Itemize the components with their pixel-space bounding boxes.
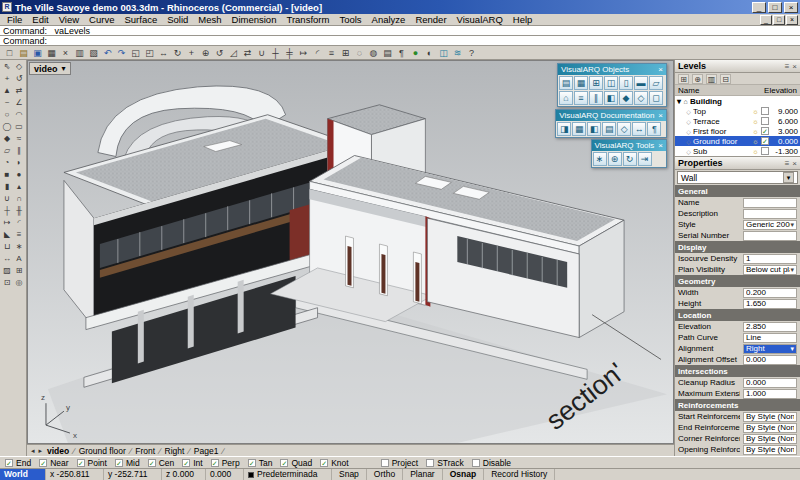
osnap-toggle[interactable]: ✓ Point: [76, 458, 107, 468]
zoom-icon[interactable]: ◎: [13, 277, 25, 289]
selection-filter-icon[interactable]: ◇: [13, 61, 25, 73]
osnap-checkbox[interactable]: ✓: [472, 459, 480, 467]
minimize-button[interactable]: _: [752, 2, 766, 13]
menu-item[interactable]: File: [2, 14, 27, 26]
menu-icon[interactable]: ≡: [785, 159, 790, 168]
ellipse-icon[interactable]: ◯: [1, 121, 13, 133]
layer-manager-icon[interactable]: ▤: [381, 47, 394, 59]
toolbar-titlebar[interactable]: VisualARQ Objects ×: [558, 64, 666, 75]
bulb-icon[interactable]: ☼: [751, 148, 760, 155]
slab-icon[interactable]: ▱: [649, 76, 663, 90]
fillet-icon[interactable]: ◜: [13, 217, 25, 229]
osnap-checkbox[interactable]: ✓: [280, 459, 288, 467]
child-restore-button[interactable]: □: [773, 15, 785, 25]
child-minimize-button[interactable]: _: [760, 15, 772, 25]
level-row[interactable]: ◇ Sub ☼ ✓ -1.300: [675, 146, 800, 156]
property-value[interactable]: Below cut plane ▾: [743, 265, 797, 275]
offset-icon[interactable]: ≡: [13, 229, 25, 241]
sphere-icon[interactable]: ●: [13, 169, 25, 181]
dimension-icon[interactable]: ↔: [632, 122, 646, 136]
property-row[interactable]: End Reinforcement By Style (None) ▾: [675, 422, 800, 433]
property-row[interactable]: Name ▾: [675, 197, 800, 208]
osnap-toggle[interactable]: ✓ Knot: [319, 458, 349, 468]
scale-icon[interactable]: ▲: [1, 85, 13, 97]
property-row[interactable]: Plan Visibility Below cut plane ▾: [675, 264, 800, 275]
furniture-icon[interactable]: ◧: [604, 91, 618, 105]
osnap-checkbox[interactable]: ✓: [381, 459, 389, 467]
viewport[interactable]: section' x y z video ▾ VisualARQ Obje: [27, 60, 674, 444]
boolean-union-icon[interactable]: ∪: [1, 193, 13, 205]
level-row[interactable]: ◇ Terrace ☼ ✓ 6.000: [675, 116, 800, 126]
statusbar-toggle[interactable]: Record History: [484, 469, 555, 480]
cutplane-checkbox[interactable]: ✓: [761, 137, 769, 145]
property-row[interactable]: Isocurve Density 1 ▾: [675, 253, 800, 264]
statusbar-toggle[interactable]: Ortho: [367, 469, 403, 480]
rectangle-icon[interactable]: ▭: [13, 121, 25, 133]
roof-icon[interactable]: ⌂: [559, 91, 573, 105]
extend-icon[interactable]: ↦: [297, 47, 310, 59]
tab-next-icon[interactable]: ▸: [38, 447, 44, 455]
menu-item[interactable]: Transform: [281, 14, 334, 26]
freeform-icon[interactable]: ≈: [13, 133, 25, 145]
level-row[interactable]: ◇ First floor ☼ ✓ 3.000: [675, 126, 800, 136]
close-icon[interactable]: ×: [654, 110, 663, 121]
sweep-icon[interactable]: ◗: [13, 157, 25, 169]
section-mark-icon[interactable]: ◨: [557, 122, 571, 136]
property-value[interactable]: 0.200 ▾: [743, 288, 797, 298]
cplane-pane[interactable]: World: [0, 469, 46, 480]
group-icon[interactable]: ⊡: [1, 277, 13, 289]
revolve-icon[interactable]: ◔: [1, 157, 13, 169]
level-row[interactable]: ◇ Ground floor ☼ ✓ 0.000: [675, 136, 800, 146]
menu-item[interactable]: Edit: [27, 14, 53, 26]
shaded-view-icon[interactable]: ◐: [423, 47, 436, 59]
text-icon[interactable]: A: [13, 253, 25, 265]
save-icon[interactable]: ▣: [31, 47, 44, 59]
zoom-extents-icon[interactable]: ◰: [143, 47, 156, 59]
osnap-toggle[interactable]: ✓ Near: [38, 458, 68, 468]
element-icon[interactable]: ◆: [619, 91, 633, 105]
curtain-wall-icon[interactable]: ▦: [574, 76, 588, 90]
lock-icon[interactable]: ◍: [367, 47, 380, 59]
hide-icon[interactable]: ◌: [353, 47, 366, 59]
property-value[interactable]: By Style (None) ▾: [743, 412, 797, 422]
rotate-icon[interactable]: ↺: [13, 73, 25, 85]
menu-item[interactable]: Solid: [162, 14, 193, 26]
explode-icon[interactable]: ∗: [13, 241, 25, 253]
block-icon[interactable]: ⊞: [13, 265, 25, 277]
menu-item[interactable]: Surface: [119, 14, 162, 26]
osnap-checkbox[interactable]: ✓: [5, 459, 13, 467]
loft-icon[interactable]: ∥: [13, 145, 25, 157]
property-value[interactable]: 0.000 ▾: [743, 355, 797, 365]
osnap-checkbox[interactable]: ✓: [248, 459, 256, 467]
duplicate-level-icon[interactable]: ▥: [706, 74, 717, 84]
property-row[interactable]: Intersections ▾: [675, 365, 800, 377]
menu-item[interactable]: Mesh: [193, 14, 226, 26]
property-row[interactable]: General ▾: [675, 185, 800, 197]
property-row[interactable]: Style Generic 200mm ▾: [675, 219, 800, 230]
paste-icon[interactable]: ▧: [87, 47, 100, 59]
update-icon[interactable]: ↻: [623, 152, 637, 166]
osnap-toggle[interactable]: ✓ Perp: [210, 458, 240, 468]
building-row[interactable]: ▾ ⌂ Building: [675, 96, 800, 106]
property-row[interactable]: Display ▾: [675, 241, 800, 253]
osnap-checkbox[interactable]: ✓: [77, 459, 85, 467]
layer-pane[interactable]: Predeterminada: [244, 469, 332, 480]
osnap-checkbox[interactable]: ✓: [148, 459, 156, 467]
property-row[interactable]: Height 1.650 ▾: [675, 298, 800, 309]
trim-icon[interactable]: ┼: [1, 205, 13, 217]
copy-icon[interactable]: ▥: [73, 47, 86, 59]
property-row[interactable]: Corner Reinforcement By Style (None) ▾: [675, 433, 800, 444]
scale-icon[interactable]: ◿: [227, 47, 240, 59]
export-icon[interactable]: ⇥: [638, 152, 652, 166]
property-row[interactable]: Start Reinforcement By Style (None) ▾: [675, 411, 800, 422]
property-value[interactable]: ▾: [743, 209, 797, 219]
property-value[interactable]: 1.650 ▾: [743, 299, 797, 309]
polygon-icon[interactable]: ◆: [1, 133, 13, 145]
new-file-icon[interactable]: □: [3, 47, 16, 59]
toolbar-titlebar[interactable]: VisualARQ Documentation ×: [556, 110, 666, 121]
column-icon[interactable]: ▯: [619, 76, 633, 90]
close-icon[interactable]: ×: [792, 62, 797, 71]
toolbar-titlebar[interactable]: VisualARQ Tools ×: [592, 140, 666, 151]
osnap-checkbox[interactable]: ✓: [320, 459, 328, 467]
move-icon[interactable]: +: [185, 47, 198, 59]
